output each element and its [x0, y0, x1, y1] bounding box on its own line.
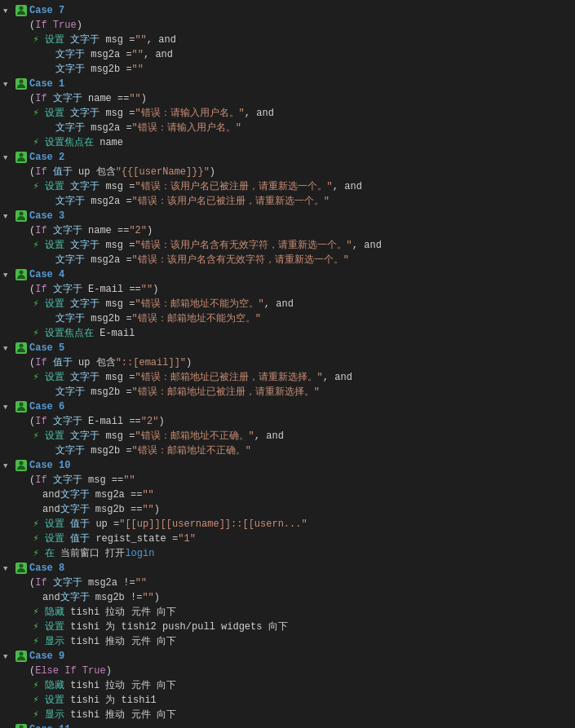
case6-arrow[interactable] — [3, 400, 13, 410]
case1-icon — [15, 77, 28, 90]
case3-action1-cont1: 文字于 msg2a = "错误：该用户名含有无效字符，请重新选一个。" — [0, 253, 575, 267]
action-icon — [29, 371, 42, 384]
case6-icon — [15, 400, 28, 413]
action-icon — [29, 430, 42, 443]
case7-icon — [15, 4, 28, 17]
case5-arrow[interactable] — [3, 342, 13, 351]
case5-action1[interactable]: 设置 文字于 msg = "错误：邮箱地址已被注册，请重新选择。" , and — [0, 370, 575, 385]
case8-arrow[interactable] — [3, 562, 13, 571]
case1-condition: (If 文字于 name == "") — [0, 91, 575, 106]
case3-arrow[interactable] — [3, 210, 13, 219]
action-icon — [29, 679, 42, 692]
action-icon — [29, 180, 42, 193]
case8-label: Case 8 — [29, 562, 64, 575]
case6-condition: (If 文字于 E-mail == "2") — [0, 414, 575, 429]
case9-condition: (Else If True) — [0, 664, 575, 678]
case6-action1-cont1: 文字于 msg2b = "错误：邮箱地址不正确。" — [0, 443, 575, 458]
case10-label: Case 10 — [29, 459, 70, 472]
case1-action1-cont1: 文字于 msg2a = "错误：请输入用户名。" — [0, 121, 575, 135]
action-icon — [29, 298, 42, 311]
case7-arrow[interactable] — [3, 4, 13, 14]
case4-action2[interactable]: 设置焦点在 E-mail — [0, 326, 575, 341]
case3-label: Case 3 — [29, 210, 64, 223]
case4-action1[interactable]: 设置 文字于 msg = "错误：邮箱地址不能为空。" , and — [0, 297, 575, 311]
case11-header[interactable]: Case 11 — [0, 722, 575, 728]
case10-condition3: and 文字于 msg2b == "") — [0, 502, 575, 517]
case6-label: Case 6 — [29, 400, 64, 413]
action-icon — [29, 107, 42, 120]
case10-arrow[interactable] — [3, 459, 13, 469]
case7-action1-cont1: 文字于 msg2a = "" , and — [0, 47, 575, 62]
action-icon — [29, 239, 42, 252]
case5-condition: (If 值于 up 包含 "::[email]]") — [0, 355, 575, 370]
case2-label: Case 2 — [29, 151, 64, 164]
case7-header[interactable]: Case 7 — [0, 3, 575, 18]
case3-header[interactable]: Case 3 — [0, 209, 575, 223]
case8-condition2: and 文字于 msg2b != "") — [0, 590, 575, 605]
action-icon — [29, 33, 42, 46]
case9-label: Case 9 — [29, 650, 64, 663]
svg-point-13 — [20, 403, 24, 407]
action-icon — [29, 635, 42, 648]
svg-point-7 — [20, 212, 24, 216]
case5-label: Case 5 — [29, 342, 64, 355]
case1-action2[interactable]: 设置焦点在 name — [0, 135, 575, 150]
case1-header[interactable]: Case 1 — [0, 77, 575, 91]
case9-icon — [15, 650, 28, 663]
case7-label: Case 7 — [29, 4, 64, 17]
case8-action2[interactable]: 设置 tishi 为 tishi2 push/pull widgets 向下 — [0, 620, 575, 634]
svg-point-5 — [20, 153, 24, 157]
case9-arrow[interactable] — [3, 650, 13, 660]
case4-arrow[interactable] — [3, 268, 13, 278]
case9-action1[interactable]: 隐藏 tishi 拉动 元件 向下 — [0, 678, 575, 693]
case8-condition: (If 文字于 msg2a != "" — [0, 576, 575, 590]
case6-header[interactable]: Case 6 — [0, 399, 575, 414]
case2-action1[interactable]: 设置 文字于 msg = "错误：该用户名已被注册，请重新选一个。" , and — [0, 179, 575, 194]
case2-header[interactable]: Case 2 — [0, 150, 575, 165]
case2-arrow[interactable] — [3, 151, 13, 161]
case11-icon — [15, 723, 28, 728]
action-icon — [29, 136, 42, 149]
case2-condition: (If 值于 up 包含 "{{[userName]}}") — [0, 165, 575, 179]
case10-action1[interactable]: 设置 值于 up = "[[up]][[username]]::[[usern.… — [0, 517, 575, 532]
case2-action1-cont1: 文字于 msg2a = "错误：该用户名已被注册，请重新选一个。" — [0, 194, 575, 209]
case1-arrow[interactable] — [3, 77, 13, 87]
case3-action1[interactable]: 设置 文字于 msg = "错误：该用户名含有无效字符，请重新选一个。" , a… — [0, 238, 575, 253]
code-block: Case 7 (If True) 设置 文字于 msg = "" , and 文… — [0, 0, 575, 728]
case4-condition: (If 文字于 E-mail == "") — [0, 282, 575, 297]
svg-point-15 — [20, 461, 24, 465]
case7-action1[interactable]: 设置 文字于 msg = "" , and — [0, 33, 575, 47]
case8-icon — [15, 562, 28, 575]
case8-header[interactable]: Case 8 — [0, 561, 575, 576]
svg-point-3 — [20, 80, 24, 84]
case1-action1[interactable]: 设置 文字于 msg = "错误：请输入用户名。" , and — [0, 106, 575, 121]
case9-header[interactable]: Case 9 — [0, 649, 575, 664]
case10-icon — [15, 459, 28, 472]
action-icon — [29, 606, 42, 619]
case10-action2[interactable]: 设置 值于 regist_state = "1" — [0, 532, 575, 546]
case8-action3[interactable]: 显示 tishi 推动 元件 向下 — [0, 634, 575, 649]
case4-icon — [15, 268, 28, 281]
case5-icon — [15, 342, 28, 355]
action-icon — [29, 694, 42, 707]
case4-label: Case 4 — [29, 268, 64, 281]
case1-label: Case 1 — [29, 77, 64, 90]
action-icon — [29, 327, 42, 340]
case5-header[interactable]: Case 5 — [0, 341, 575, 355]
case7-condition: (If True) — [0, 18, 575, 33]
case10-condition: (If 文字于 msg == "" — [0, 473, 575, 488]
case8-action1[interactable]: 隐藏 tishi 拉动 元件 向下 — [0, 605, 575, 620]
case7-action1-cont2: 文字于 msg2b = "" — [0, 62, 575, 77]
case9-action3[interactable]: 显示 tishi 推动 元件 向下 — [0, 708, 575, 722]
case9-action2[interactable]: 设置 tishi 为 tishi1 — [0, 693, 575, 708]
svg-point-19 — [20, 652, 24, 656]
case6-action1[interactable]: 设置 文字于 msg = "错误：邮箱地址不正确。" , and — [0, 429, 575, 443]
svg-point-1 — [20, 7, 24, 11]
case11-arrow[interactable] — [3, 723, 13, 728]
action-icon — [29, 708, 42, 721]
case10-action3[interactable]: 在 当前窗口 打开 login — [0, 546, 575, 561]
action-icon — [29, 620, 42, 633]
action-icon — [29, 532, 42, 545]
case10-header[interactable]: Case 10 — [0, 458, 575, 473]
case4-header[interactable]: Case 4 — [0, 267, 575, 282]
